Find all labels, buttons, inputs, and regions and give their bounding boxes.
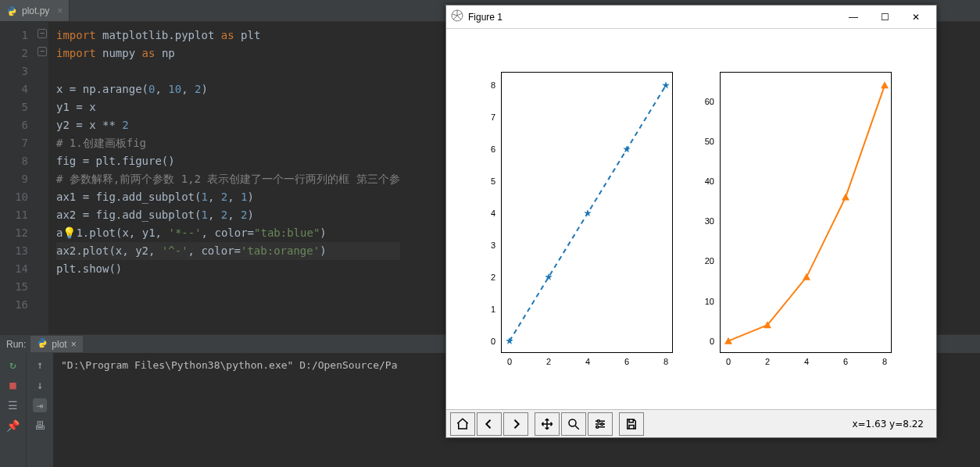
close-icon[interactable]: ×	[54, 5, 63, 16]
pan-button[interactable]	[535, 412, 560, 436]
stop-icon[interactable]: ■	[6, 378, 20, 392]
run-label: Run:	[6, 339, 26, 350]
layout-icon[interactable]: ☰	[6, 398, 20, 412]
pin-icon[interactable]: 📌	[6, 419, 20, 433]
zoom-button[interactable]	[561, 412, 586, 436]
console-output[interactable]: "D:\Program Files\Python38\python.exe" D…	[53, 353, 405, 467]
up-icon[interactable]: ↑	[33, 358, 47, 372]
configure-subplots-button[interactable]	[588, 412, 613, 436]
console-line: "D:\Program Files\Python38\python.exe" D…	[61, 359, 397, 371]
close-button[interactable]: ✕	[900, 6, 932, 28]
svg-point-1	[569, 419, 576, 426]
print-icon[interactable]: 🖶	[33, 419, 47, 433]
minimize-button[interactable]: —	[838, 6, 869, 28]
editor-tab-label: plot.py	[22, 5, 49, 16]
down-icon[interactable]: ↓	[33, 378, 47, 392]
home-button[interactable]	[450, 412, 475, 436]
save-button[interactable]	[619, 412, 644, 436]
figure-title-text: Figure 1	[468, 12, 503, 23]
subplot-2[interactable]: 010203040506002468	[720, 72, 892, 353]
editor-tab-plot[interactable]: plot.py ×	[0, 0, 70, 21]
run-side-toolbar-2: ↑ ↓ ⇥ 🖶	[27, 353, 53, 467]
figure-toolbar: x=1.63 y=8.22	[446, 409, 936, 437]
svg-point-3	[601, 422, 603, 425]
maximize-button[interactable]: ☐	[869, 6, 900, 28]
figure-titlebar[interactable]: Figure 1 — ☐ ✕	[446, 5, 936, 29]
run-tab-label: plot	[52, 339, 66, 350]
coord-readout: x=1.63 y=8.22	[852, 419, 924, 430]
figure-window[interactable]: Figure 1 — ☐ ✕ 01234567802468 0102030405…	[445, 5, 937, 438]
code-content[interactable]: import matplotlib.pyplot as pltimport nu…	[48, 22, 400, 334]
subplot-1[interactable]: 01234567802468	[501, 72, 673, 353]
svg-point-2	[597, 419, 599, 422]
run-side-toolbar: ↻ ■ ☰ 📌	[0, 353, 27, 467]
soft-wrap-icon[interactable]: ⇥	[33, 398, 47, 412]
fold-toggle-icon[interactable]: −	[38, 29, 47, 38]
run-tab[interactable]: plot ×	[30, 336, 82, 352]
close-icon[interactable]: ×	[71, 339, 77, 350]
forward-button[interactable]	[503, 412, 528, 436]
back-button[interactable]	[477, 412, 502, 436]
rerun-icon[interactable]: ↻	[6, 358, 20, 372]
python-file-icon	[6, 5, 17, 16]
fold-column: − −	[36, 22, 48, 334]
line-number-gutter: 12345678910111213141516	[0, 22, 36, 334]
figure-canvas[interactable]: 01234567802468 010203040506002468	[446, 29, 936, 409]
fold-toggle-icon[interactable]: −	[38, 47, 47, 56]
svg-point-4	[596, 426, 599, 428]
matplotlib-icon	[451, 9, 463, 24]
python-run-icon	[37, 337, 48, 351]
